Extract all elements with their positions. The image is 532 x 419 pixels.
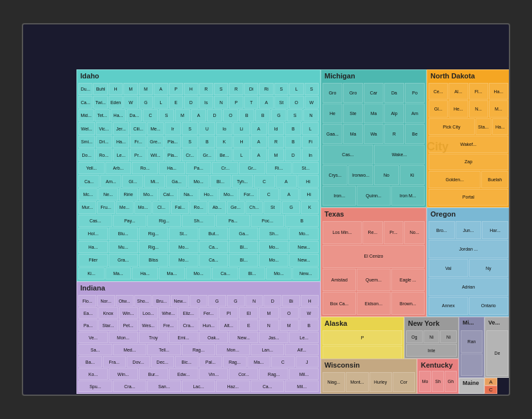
cell: Jas...: [259, 332, 288, 343]
cell: Pr...: [130, 148, 146, 161]
cell: Ran: [461, 330, 483, 353]
cell: Lan...: [251, 344, 285, 355]
region-maine: Maine: [459, 378, 484, 394]
cell: Ch...: [245, 201, 263, 213]
cell: Ri: [259, 83, 273, 95]
cell: Annex: [429, 297, 468, 315]
cell: Wakef...: [429, 136, 508, 152]
cell: Ba...: [78, 356, 102, 368]
cell: New...: [289, 254, 319, 266]
cell: Pet...: [119, 319, 138, 331]
cell: C: [143, 109, 158, 121]
region-kentucky: Kentucky Mo Sh Gh: [417, 359, 459, 394]
cell: Do...: [78, 148, 95, 161]
cell: M: [268, 148, 285, 161]
cell: Sh: [432, 371, 444, 392]
cell: Win...: [109, 368, 138, 380]
cell: Gh: [445, 371, 457, 392]
cell: C: [254, 175, 275, 187]
cell: Ro...: [190, 201, 208, 213]
cell: Cor...: [229, 368, 258, 380]
cell: Ma...: [159, 267, 185, 280]
cell: Mo...: [266, 267, 292, 280]
cell: B: [285, 215, 319, 227]
cell: Brown...: [391, 292, 425, 315]
cell: Ea...: [78, 307, 98, 319]
cell: Alf...: [285, 344, 319, 355]
cell: Ne...: [98, 188, 118, 201]
cell: Car: [364, 83, 384, 103]
cell: H: [233, 136, 250, 148]
cell: Ko...: [78, 368, 108, 380]
cell: Ca...: [251, 380, 285, 392]
cell: Pa...: [78, 319, 98, 331]
cell: Nor...: [97, 295, 115, 307]
cell: M: [279, 319, 299, 331]
cell: Har...: [482, 221, 508, 239]
cell: Los Min...: [323, 221, 362, 244]
cell: Ve...: [78, 332, 108, 343]
cell: Hol...: [78, 227, 108, 240]
cell: N: [245, 295, 263, 307]
cell: Pla...: [164, 136, 181, 148]
cell: Whe...: [159, 307, 178, 319]
cell: Gl...: [122, 175, 143, 187]
cell: R: [268, 136, 285, 148]
cell: Amistad: [323, 269, 356, 292]
cell: Pal...: [199, 356, 223, 368]
region-label-wisconsin: Wisconsin: [324, 361, 360, 369]
cell: But...: [199, 227, 229, 240]
cell: Arb...: [105, 162, 132, 174]
cell: Hi: [297, 175, 319, 187]
cell: H: [184, 83, 198, 95]
region-ve: Ve... De: [484, 317, 510, 378]
cell: Mil...: [289, 368, 319, 380]
cell: Sa...: [78, 344, 112, 355]
region-indiana: Indiana Flo... Nor... Otw... Sho... Bru.…: [76, 281, 321, 394]
cell-a: A: [485, 379, 497, 385]
region-label-new-york: New York: [408, 319, 439, 327]
cell: E: [169, 96, 183, 108]
cell: S: [159, 109, 174, 121]
cell: Bro...: [429, 221, 455, 239]
cell: Po: [405, 83, 425, 103]
cell: Gr...: [239, 162, 265, 174]
cell: Gl...: [429, 100, 448, 117]
cell: G: [271, 109, 287, 121]
cell: Crys...: [323, 165, 348, 185]
cell: Mo...: [289, 227, 319, 240]
cell: D: [207, 109, 222, 121]
cell: New...: [289, 241, 319, 253]
cell: Ironwo...: [348, 165, 373, 185]
cell: M: [139, 83, 153, 95]
cell: Blu...: [109, 227, 138, 240]
cell: Val: [429, 259, 468, 277]
cell: No...: [404, 221, 425, 244]
cell: Buhl: [93, 83, 107, 95]
cell: Ro...: [132, 162, 158, 174]
cell: Tet...: [94, 109, 110, 121]
cell: Mc...: [78, 188, 98, 201]
cell: Rig...: [139, 227, 168, 240]
cell: B: [285, 122, 301, 134]
region-label-texas: Texas: [324, 210, 344, 218]
cell: Mo...: [139, 188, 158, 201]
region-michigan: Michigan Gro Gro Car Da Po He Ste Ma Alp…: [321, 69, 427, 208]
cell: Ha...: [492, 118, 508, 135]
cell: Fi: [302, 136, 319, 148]
cell: L: [289, 83, 303, 95]
cell: Mo...: [259, 241, 288, 253]
cell: Ca...: [78, 175, 100, 187]
cell: Knox: [98, 307, 118, 319]
cell: G: [227, 295, 245, 307]
cell: Da...: [127, 109, 142, 121]
cell: Is: [199, 96, 213, 108]
cell: Yell...: [78, 162, 105, 174]
cell: Le...: [113, 148, 130, 161]
cell: Ro...: [96, 148, 112, 161]
cell: Ki: [400, 165, 425, 185]
region-north-dakota: North Dakota Ce... Al... Fl... Ha... Gl.…: [427, 69, 510, 208]
cell: Flo...: [78, 295, 96, 307]
cell: M: [123, 83, 137, 95]
cell: Vic...: [96, 122, 112, 134]
